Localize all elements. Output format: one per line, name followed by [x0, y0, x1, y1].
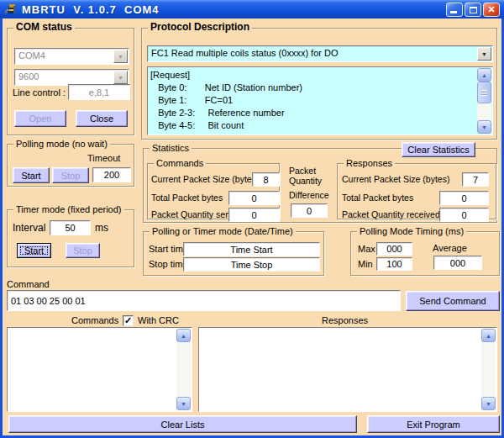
close-icon: ✕	[487, 5, 495, 14]
timing-group: Polling Mode Timing (ms) Max 000 Average…	[350, 231, 500, 276]
command-input[interactable]: 01 03 00 25 00 01	[7, 290, 401, 311]
scroll-up-icon[interactable]: ▲	[176, 329, 191, 342]
with-crc-label: With CRC	[138, 315, 179, 325]
timer-mode-title: Timer mode (fixed period)	[13, 203, 124, 215]
com-status-group: COM status COM4 ▼ 9600 ▼ Line control : …	[7, 28, 134, 135]
polling-start-button[interactable]: Start	[13, 167, 50, 183]
timeout-field[interactable]: 200	[92, 167, 131, 182]
maximize-icon	[470, 7, 477, 13]
responses-stats-title: Responses	[344, 157, 395, 169]
responses-list-scrollbar[interactable]: ▲ ▼	[481, 329, 496, 410]
difference-label: Quantity	[289, 176, 322, 186]
client-area: COM status COM4 ▼ 9600 ▼ Line control : …	[3, 18, 501, 435]
interval-field[interactable]: 50	[50, 220, 91, 235]
statistics-title: Statistics	[150, 142, 192, 154]
protocol-group: Protocol Description FC1 Read multiple c…	[141, 28, 497, 140]
stat-field: 0	[439, 191, 489, 205]
interval-label: Interval	[13, 222, 45, 234]
close-com-button[interactable]: Close	[76, 110, 128, 127]
difference-field: 0	[291, 203, 328, 218]
exit-program-button[interactable]: Exit Program	[367, 415, 500, 433]
app-icon	[4, 3, 18, 16]
scroll-down-icon[interactable]: ▼	[176, 397, 191, 410]
check-icon: ✓	[124, 316, 132, 325]
protocol-line: Byte 2-3: Reference number	[148, 107, 492, 119]
protocol-line: [Request]	[148, 67, 492, 82]
protocol-scrollbar[interactable]: ▲ ▼	[477, 68, 491, 134]
stop-time-field: Time Stop	[183, 257, 320, 272]
scrollbar-thumb[interactable]	[477, 82, 491, 103]
responses-list-label: Responses	[322, 315, 368, 325]
scroll-down-icon[interactable]: ▼	[481, 397, 496, 410]
commands-stats-title: Commands	[154, 157, 206, 169]
commands-list-scrollbar[interactable]: ▲ ▼	[176, 329, 191, 410]
close-button[interactable]: ✕	[483, 3, 500, 17]
scroll-up-icon[interactable]: ▲	[481, 329, 496, 342]
max-label: Max	[358, 244, 375, 254]
timer-start-button[interactable]: Start	[17, 243, 51, 258]
difference-label: Packet	[289, 166, 316, 176]
stat-field: 0	[228, 191, 280, 205]
timing-title: Polling Mode Timing (ms)	[357, 225, 466, 237]
stop-time-label: Stop time	[149, 259, 187, 269]
stat-label: Current Packet Size (bytes)	[151, 174, 259, 184]
line-control-field[interactable]: e,8,1	[68, 84, 130, 100]
commands-list-label: Commands	[71, 315, 118, 325]
with-crc-checkbox[interactable]: ✓	[123, 315, 134, 326]
stat-field: 7	[462, 172, 489, 187]
responses-listbox[interactable]: ▲ ▼	[198, 327, 497, 412]
protocol-line: Byte 1: FC=01	[148, 94, 492, 107]
baud-rate-value: 9600	[18, 71, 39, 82]
datetime-group: Polling or Timer mode (Date/Time) Start …	[143, 231, 324, 276]
scroll-up-icon[interactable]: ▲	[477, 68, 491, 82]
interval-unit-label: ms	[95, 222, 108, 234]
line-control-label: Line control :	[13, 87, 66, 98]
timer-mode-group: Timer mode (fixed period) Interval 50 ms…	[7, 209, 134, 267]
app-window: MBRTU V. 1.0.7 COM4 ✕ COM status COM4 ▼ …	[0, 0, 504, 438]
stat-field: 8	[252, 172, 280, 187]
minimize-icon	[450, 11, 457, 13]
titlebar[interactable]: MBRTU V. 1.0.7 COM4 ✕	[0, 0, 504, 18]
commands-listbox[interactable]: ▲ ▼	[7, 327, 192, 412]
timer-stop-button[interactable]: Stop	[66, 243, 100, 258]
chevron-down-icon[interactable]: ▼	[113, 50, 128, 63]
com-status-title: COM status	[13, 21, 75, 33]
chevron-down-icon[interactable]: ▼	[113, 71, 128, 84]
min-label: Min	[358, 259, 373, 269]
open-button[interactable]: Open	[14, 110, 66, 127]
command-label: Command	[7, 279, 50, 289]
responses-stats-group: Responses Current Packet Size (bytes) 7 …	[337, 163, 496, 219]
scroll-down-icon[interactable]: ▼	[477, 120, 491, 134]
protocol-selected-value: FC1 Read multiple coils status (0xxxx) f…	[151, 48, 339, 58]
chevron-down-icon[interactable]: ▼	[477, 47, 491, 61]
com-port-select[interactable]: COM4 ▼	[14, 48, 129, 65]
protocol-title: Protocol Description	[148, 21, 252, 33]
polling-mode-title: Polling mode (no wait)	[13, 138, 110, 150]
clear-statistics-button[interactable]: Clear Statistics	[402, 142, 475, 157]
polling-stop-button[interactable]: Stop	[52, 167, 89, 183]
datetime-title: Polling or Timer mode (Date/Time)	[150, 225, 296, 237]
baud-rate-select[interactable]: 9600 ▼	[14, 69, 129, 86]
stat-label: Packet Quantity sent	[151, 209, 233, 219]
start-time-field: Time Start	[183, 242, 320, 256]
protocol-line: Byte 4-5: Bit count	[148, 119, 492, 132]
protocol-select[interactable]: FC1 Read multiple coils status (0xxxx) f…	[147, 45, 493, 62]
min-field: 100	[376, 257, 412, 271]
minimize-button[interactable]	[446, 3, 463, 17]
average-label: Average	[433, 243, 467, 253]
stat-field: 0	[228, 208, 280, 222]
com-port-value: COM4	[18, 50, 45, 61]
window-title: MBRTU V. 1.0.7 COM4	[22, 3, 160, 16]
timeout-label: Timeout	[87, 153, 120, 163]
protocol-description-box[interactable]: [Request] Byte 0: Net ID (Station number…	[147, 66, 493, 135]
send-command-button[interactable]: Send Command	[406, 291, 500, 311]
clear-lists-button[interactable]: Clear Lists	[8, 415, 357, 433]
stat-label: Current Packet Size (bytes)	[342, 174, 449, 184]
maximize-button[interactable]	[465, 3, 481, 17]
average-field: 000	[433, 256, 482, 270]
stat-label: Total Packet bytes	[151, 193, 223, 203]
polling-mode-group: Polling mode (no wait) Timeout Start Sto…	[7, 144, 134, 187]
stat-field: 0	[439, 208, 489, 222]
commands-stats-group: Commands Current Packet Size (bytes) 8 T…	[147, 163, 280, 219]
stat-label: Packet Quantity received	[342, 209, 440, 219]
